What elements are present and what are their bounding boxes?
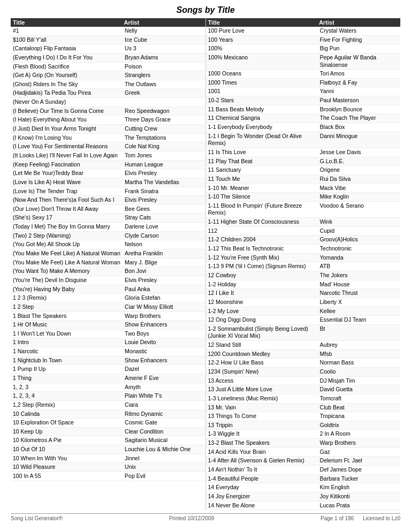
song-artist: Voodoo & Serano: [320, 202, 398, 217]
song-artist: Louchie Lou & Michie One: [125, 446, 203, 453]
song-title: (You're) Having My Baby: [13, 286, 125, 293]
song-artist: Black Box: [320, 124, 398, 131]
song-artist: David Guetta: [320, 386, 398, 393]
song-title: 1200 Countdown Medley: [208, 351, 320, 358]
table-row: (I Just) Died In Your Arms Tonight Cutti…: [11, 125, 206, 134]
page-title: Songs by Title: [11, 5, 400, 15]
song-artist: Mary J. Blige: [125, 259, 203, 267]
song-title: 10 Wild Pleasure: [13, 463, 125, 471]
song-title: (I Just) Died In Your Arms Tonight: [13, 125, 125, 133]
table-row: 14 Ain't Nothin' To It Def James Dope: [206, 466, 401, 475]
song-artist: The Coach The Player: [320, 115, 398, 122]
table-row: 10 When Im With You Jinnel: [11, 454, 206, 463]
table-row: (Hadjidakis) Ta Pedia Tou Pirea Greek: [11, 89, 206, 98]
song-artist: Stranglers: [125, 72, 203, 79]
song-artist: Monastic: [125, 348, 203, 355]
song-artist: Human League: [125, 161, 203, 169]
song-artist: Coolio: [320, 368, 398, 376]
table-row: 14 Joy Energizer Joy Kitikonti: [206, 492, 401, 501]
table-row: 1 Narcotic Monastic: [11, 347, 206, 356]
song-title: 1 Intro: [13, 339, 125, 346]
song-title: 12 I Like It: [208, 290, 320, 297]
song-title: 13-2 Blast The Speakers: [208, 439, 320, 447]
table-row: 14 Acid Kills Your Brain Gaz: [206, 448, 401, 457]
song-artist: Show Enhancers: [125, 321, 203, 329]
table-row: (You Make Me Feel Like) A Natural Woman …: [11, 249, 206, 259]
song-artist: Martha The Vandellas: [125, 179, 203, 186]
song-title: 13 Trippin: [208, 422, 320, 429]
song-title: 11 Touch Me: [208, 176, 320, 183]
table-row: 100 Pure Love Crystal Waters: [206, 27, 401, 36]
table-row: 1, 2, 3 Amyth: [11, 383, 206, 392]
table-row: 10 Out Of 10 Louchie Lou & Michie One: [11, 445, 206, 454]
song-artist: Jinnel: [125, 455, 203, 462]
song-title: 1-3 Wiggle It: [208, 430, 320, 438]
song-artist: The Jokers: [320, 272, 398, 279]
song-artist: Aretha Franklin: [125, 250, 203, 257]
table-row: 1 2 Step Ciar W Missy Elliott: [11, 303, 206, 312]
table-row: 13 Mr. Vain Club Beat: [206, 404, 401, 413]
song-artist: Darlene Love: [125, 223, 203, 231]
table-row: (Our Love) Don't Throw It All Away Bee G…: [11, 205, 206, 214]
song-title: 100 Years: [208, 36, 320, 44]
right-title-header: Title: [208, 19, 319, 26]
song-title: 1 2 3 (Remix): [13, 294, 125, 302]
song-title: (Ghost) Riders In The Sky: [13, 81, 125, 88]
table-row: 11 Play That Beat G.Lo.B.E.: [206, 157, 401, 166]
song-artist: The Temptations: [125, 134, 203, 142]
song-artist: Ciar W Missy Elliott: [125, 303, 203, 311]
table-row: (I Hate) Everything About You Three Days…: [11, 116, 206, 125]
song-title: (I Love You) For Sentimental Reasons: [13, 143, 125, 150]
table-row: 10-2 Stars Paul Masterson: [206, 96, 401, 105]
table-row: 12 Cowboy The Jokers: [206, 271, 401, 280]
song-title: 10 Calinda: [13, 411, 125, 418]
table-row: 1234 (Sumpin' New) Coolio: [206, 368, 401, 377]
left-artist-header: Artist: [124, 19, 203, 26]
song-title: 1001: [208, 88, 320, 95]
table-row: 1 Hr Of Music Show Enhancers: [11, 321, 206, 330]
table-row: 14 Everyday Kim English: [206, 483, 401, 492]
song-artist: Technotronic: [320, 245, 398, 253]
table-row: (You Make Me Feel) Like A Natural Woman …: [11, 259, 206, 268]
song-artist: Mad' House: [320, 281, 398, 288]
song-title: (Flesh Blood) Sacrifice: [13, 63, 125, 71]
song-title: 11 Bass Beats Melody: [208, 106, 320, 113]
song-title: 1 Thing: [13, 375, 125, 382]
song-artist: Dazel: [125, 366, 203, 373]
song-artist: Louie Devito: [125, 339, 203, 346]
song-artist: Joy Kitikonti: [320, 493, 398, 500]
song-title: 1-2 My Love: [208, 308, 320, 315]
song-artist: Paul Masterson: [320, 97, 398, 104]
song-artist: Cupid: [320, 227, 398, 235]
song-title: 1 Pump It Up: [13, 366, 125, 373]
song-artist: Paul Anka: [125, 286, 203, 293]
song-artist: The Outlaws: [125, 81, 203, 88]
table-row: (Cantaloop) Flip Fantasia Us 3: [11, 44, 206, 54]
song-artist: Pepe Aguilar W Banda Sinaloense: [320, 54, 398, 69]
song-title: 14 Ain't Nothin' To It: [208, 466, 320, 474]
song-title: #1: [13, 27, 125, 35]
song-title: (Love Is Like A) Heat Wave: [13, 179, 125, 186]
table-row: 1 Thing Amerie F Eve: [11, 374, 206, 383]
song-title: 1-1 I Begin To Wonder (Dead Or Alive Rem…: [208, 133, 320, 147]
song-title: 1-10 Mr. Meaner: [208, 185, 320, 192]
song-artist: Clyde Carson: [125, 232, 203, 240]
table-row: 100% Big Pun: [206, 44, 401, 54]
song-title: (You Got Me) All Shook Up: [13, 241, 125, 248]
table-row: 100% Mexicano Pepe Aguilar W Banda Sinal…: [206, 54, 401, 70]
table-row: 1 2 3 (Remix) Gloria Estefan: [11, 294, 206, 303]
song-artist: G.Lo.B.E.: [320, 158, 398, 165]
footer: Song List Generator® Printed 10/12/2009 …: [11, 513, 400, 521]
table-row: 11 Sanctuary Origene: [206, 166, 401, 175]
song-artist: Amyth: [125, 384, 203, 391]
left-songs-list: #1 Nelly $100 Bill Y'all Ice Cube (Canta…: [11, 27, 206, 481]
song-title: 1-10 The Silence: [208, 193, 320, 201]
table-row: (It Looks Like) I'll Never Fall In Love …: [11, 151, 206, 161]
left-column-header: Title Artist: [11, 18, 206, 27]
song-artist: Brooklyn Bounce: [320, 106, 398, 113]
song-artist: Frank Sinatra: [125, 188, 203, 195]
song-artist: Elvis Presley: [125, 170, 203, 177]
song-title: 1 Narcotic: [13, 348, 125, 355]
song-title: (I Know) I'm Losing You: [13, 134, 125, 142]
song-title: (She's) Sexy 17: [13, 214, 125, 222]
